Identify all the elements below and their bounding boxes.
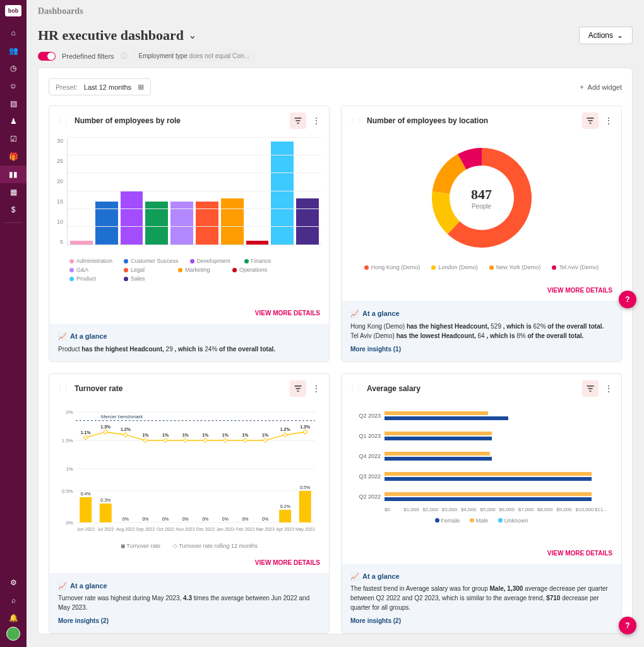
nav-org-icon[interactable]: ♟ <box>0 112 27 130</box>
salary-bar-female[interactable] <box>385 497 592 501</box>
salary-row: Q2 2022 <box>349 487 614 507</box>
legend-item[interactable]: Hong Kong (Demo) <box>364 264 420 270</box>
widget-title: Number of employees by role <box>75 116 285 125</box>
donut-slice-new-york-demo-[interactable] <box>441 162 462 193</box>
bar-development[interactable] <box>121 191 143 245</box>
drag-handle-icon[interactable]: ⋮⋮ <box>349 385 362 392</box>
legend-item[interactable]: London (Demo) <box>431 264 478 270</box>
legend-item[interactable]: Unknown <box>498 517 528 524</box>
filter-icon <box>587 385 594 392</box>
widget-filter-button[interactable] <box>290 380 306 397</box>
legend-item[interactable]: Administration <box>69 258 112 264</box>
widget-more-button[interactable]: ⋮ <box>311 384 321 394</box>
sidebar: bob ⌂ 👥 ◷ ☺ ▤ ♟ ☑ 🎁 ▮▮ ▦ $ ⚙ ⌕ 🔔 <box>0 0 27 647</box>
nav-calendar-icon[interactable]: ▦ <box>0 183 27 201</box>
bar-product[interactable] <box>271 142 294 245</box>
nav-people-icon[interactable]: 👥 <box>0 42 27 59</box>
more-insights-link[interactable]: More insights (2) <box>350 616 612 626</box>
legend-item[interactable]: Legal <box>124 267 167 273</box>
nav-time-icon[interactable]: ◷ <box>0 59 27 77</box>
legend-item[interactable]: Sales <box>124 275 167 282</box>
drag-handle-icon[interactable]: ⋮⋮ <box>57 118 69 124</box>
donut-slice-tel-aviv-demo-[interactable] <box>462 157 481 162</box>
salary-bar-female[interactable] <box>385 457 492 461</box>
drag-handle-icon[interactable]: ⋮⋮ <box>57 385 69 392</box>
legend-item[interactable]: G&A <box>69 267 112 273</box>
nav-analytics-icon[interactable]: ▮▮ <box>0 166 27 183</box>
preset-selector[interactable]: Preset: Last 12 months ▦ <box>49 78 151 95</box>
logo[interactable]: bob <box>5 5 21 16</box>
svg-text:0.5%: 0.5% <box>300 485 310 489</box>
filter-icon <box>294 385 302 392</box>
svg-text:Aug 2022: Aug 2022 <box>116 526 135 531</box>
donut-slice-london-demo-[interactable] <box>441 193 454 228</box>
nav-gift-icon[interactable]: 🎁 <box>0 148 27 166</box>
svg-text:1%: 1% <box>182 433 189 437</box>
salary-bar-male[interactable] <box>385 452 490 456</box>
widget-more-button[interactable]: ⋮ <box>311 116 321 126</box>
salary-bar-female[interactable] <box>385 416 508 420</box>
help-button[interactable]: ? <box>619 617 636 634</box>
avatar[interactable] <box>6 627 20 641</box>
salary-bar-male[interactable] <box>385 411 488 415</box>
add-widget-button[interactable]: ＋ Add widget <box>578 82 622 92</box>
filter-chip[interactable]: Employment type does not equal Con... <box>134 51 254 61</box>
nav-profile-icon[interactable]: ☺ <box>0 77 27 95</box>
svg-text:1%: 1% <box>202 433 209 437</box>
bar-operations[interactable] <box>246 241 269 245</box>
more-insights-link[interactable]: More insights (1) <box>350 344 612 354</box>
svg-rect-16 <box>164 438 168 442</box>
legend-item[interactable]: Product <box>69 275 112 282</box>
predefined-filters-toggle[interactable] <box>38 52 56 61</box>
legend-item[interactable]: Customer Success <box>124 258 179 264</box>
legend-item[interactable]: Finance <box>244 258 287 264</box>
nav-tasks-icon[interactable]: ☑ <box>0 130 27 148</box>
salary-row: Q2 2023 <box>349 406 614 426</box>
salary-bar-male[interactable] <box>385 492 592 496</box>
actions-button[interactable]: Actions ⌄ <box>579 27 633 44</box>
bar-administration[interactable] <box>70 241 93 245</box>
nav-bell-icon[interactable]: 🔔 <box>0 609 27 627</box>
legend-item[interactable]: Male <box>470 517 488 524</box>
widget-filter-button[interactable] <box>582 112 599 129</box>
bar-sales[interactable] <box>296 198 319 245</box>
drag-handle-icon[interactable]: ⋮⋮ <box>349 118 362 124</box>
nav-doc-icon[interactable]: ▤ <box>0 95 27 112</box>
page-title[interactable]: HR executive dashboard ⌄ <box>38 27 196 44</box>
info-icon[interactable]: ⓘ <box>121 51 128 61</box>
view-more-link[interactable]: VIEW MORE DETAILS <box>255 559 320 566</box>
turnover-chart: 2%1.5%1%Mercer benchmark1.1%1.3%1.2%1%1%… <box>49 403 329 554</box>
legend-item[interactable]: Tel Aviv (Demo) <box>552 264 599 270</box>
at-a-glance-label: At a glance <box>362 571 400 582</box>
view-more-link[interactable]: VIEW MORE DETAILS <box>547 550 612 557</box>
view-more-link[interactable]: VIEW MORE DETAILS <box>255 310 320 317</box>
help-button[interactable]: ? <box>619 291 636 308</box>
svg-rect-20 <box>203 438 208 442</box>
nav-search-icon[interactable]: ⌕ <box>0 591 27 609</box>
legend-item[interactable]: Development <box>190 258 233 264</box>
more-insights-link[interactable]: More insights (2) <box>58 616 320 626</box>
salary-row: Q1 2023 <box>349 426 614 446</box>
chevron-down-icon[interactable]: ⌄ <box>189 30 196 41</box>
nav-money-icon[interactable]: $ <box>0 201 27 219</box>
salary-bar-male[interactable] <box>385 432 492 435</box>
insights-icon: 📈 <box>350 571 359 582</box>
svg-rect-28 <box>283 432 287 437</box>
salary-bar-female[interactable] <box>385 437 492 440</box>
bar-marketing[interactable] <box>221 198 244 245</box>
nav-settings-icon[interactable]: ⚙ <box>0 574 27 591</box>
legend-item[interactable]: Operations <box>232 267 275 273</box>
view-more-link[interactable]: VIEW MORE DETAILS <box>547 287 612 294</box>
svg-text:1.2%: 1.2% <box>121 427 131 432</box>
salary-bar-female[interactable] <box>385 477 592 481</box>
widget-filter-button[interactable] <box>582 380 599 397</box>
legend-item[interactable]: Female <box>435 517 460 524</box>
widget-more-button[interactable]: ⋮ <box>604 116 614 126</box>
salary-bar-male[interactable] <box>385 472 592 476</box>
nav-home-icon[interactable]: ⌂ <box>0 24 27 42</box>
insights-panel: 📈At a glance Turnover rate was highest d… <box>49 573 329 634</box>
legend-item[interactable]: New York (Demo) <box>489 264 541 270</box>
legend-item[interactable]: Marketing <box>178 267 221 273</box>
widget-more-button[interactable]: ⋮ <box>604 384 614 394</box>
widget-filter-button[interactable] <box>290 112 306 129</box>
